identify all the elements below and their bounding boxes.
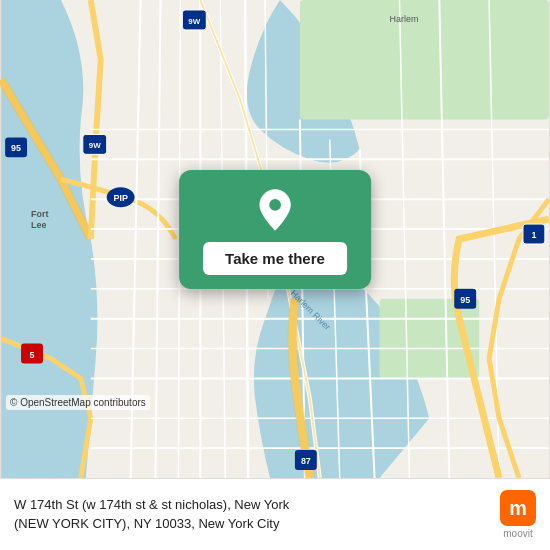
- svg-text:Harlem: Harlem: [390, 14, 419, 24]
- svg-text:m: m: [509, 497, 527, 519]
- map-container: 95 9W 9W PIP 5 87 95 1: [0, 0, 550, 478]
- svg-text:95: 95: [11, 143, 21, 153]
- address-block: W 174th St (w 174th st & st nicholas), N…: [14, 496, 490, 532]
- address-main: W 174th St (w 174th st & st nicholas), N…: [14, 496, 490, 514]
- location-card: Take me there: [179, 170, 371, 289]
- svg-text:5: 5: [30, 350, 35, 360]
- svg-rect-1: [300, 0, 549, 120]
- map-attribution: © OpenStreetMap contributors: [6, 395, 150, 410]
- svg-text:PIP: PIP: [113, 193, 127, 203]
- bottom-bar: W 174th St (w 174th st & st nicholas), N…: [0, 478, 550, 550]
- moovit-icon: m: [500, 490, 536, 526]
- svg-text:9W: 9W: [89, 141, 101, 150]
- svg-text:95: 95: [460, 295, 470, 305]
- location-pin-icon: [253, 188, 297, 232]
- take-me-there-button[interactable]: Take me there: [203, 242, 347, 275]
- svg-text:Fort: Fort: [31, 209, 48, 219]
- svg-text:87: 87: [301, 456, 311, 466]
- address-city: (NEW YORK CITY), NY 10033, New York City: [14, 515, 490, 533]
- moovit-logo: m moovit: [500, 490, 536, 539]
- svg-point-50: [269, 199, 281, 211]
- svg-text:9W: 9W: [188, 17, 200, 26]
- svg-text:Lee: Lee: [31, 220, 46, 230]
- svg-text:1: 1: [531, 230, 536, 240]
- moovit-brand-text: moovit: [503, 528, 532, 539]
- app: 95 9W 9W PIP 5 87 95 1: [0, 0, 550, 550]
